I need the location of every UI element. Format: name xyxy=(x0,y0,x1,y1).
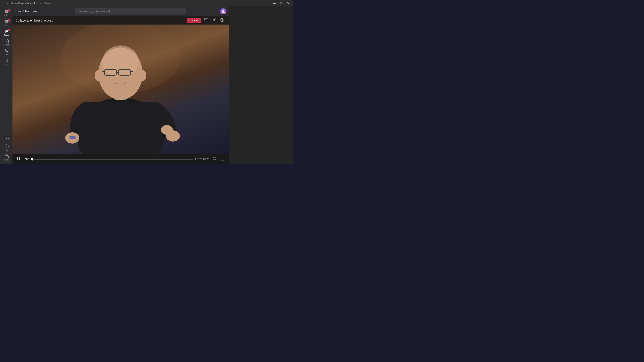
search-input[interactable] xyxy=(75,8,186,14)
progress-bar[interactable] xyxy=(32,159,193,160)
svg-rect-51 xyxy=(17,157,18,160)
sidebar-item-more[interactable] xyxy=(1,135,12,142)
video-header: Collaboration best practices Leave xyxy=(12,16,228,24)
store-label: Store xyxy=(4,159,9,161)
sidebar: 2 Activity 1 Chat xyxy=(0,6,12,164)
svg-point-19 xyxy=(6,138,7,139)
files-label: Files xyxy=(5,64,8,65)
window-controls: — □ ✕ xyxy=(271,1,292,6)
calls-icon xyxy=(4,49,10,53)
svg-rect-0 xyxy=(6,11,6,12)
app-header: Koostöö head tavad xyxy=(12,6,228,16)
header-right xyxy=(186,8,226,14)
svg-point-24 xyxy=(222,10,224,11)
sidebar-item-chat[interactable]: 1 Chat xyxy=(1,18,12,27)
svg-point-8 xyxy=(6,30,6,31)
current-time: 0:10 xyxy=(194,158,199,161)
files-icon xyxy=(4,58,10,63)
volume-button[interactable] xyxy=(24,156,30,162)
svg-text:?: ? xyxy=(6,145,8,148)
svg-rect-49 xyxy=(70,136,75,139)
search-bar xyxy=(75,8,186,14)
presenter-svg xyxy=(52,24,189,154)
video-settings-button[interactable] xyxy=(212,156,217,162)
calls-label: Calls xyxy=(4,54,8,56)
title-bar-left: ‹ › Käsu ülõimine vb ōppimine ✏ Lahku xyxy=(2,1,51,6)
progress-fill xyxy=(32,159,32,160)
sidebar-item-meetings[interactable]: Meetings xyxy=(1,38,12,47)
lahku-label: Lahku xyxy=(45,2,51,4)
expand-button[interactable] xyxy=(220,156,226,162)
help-label: Help xyxy=(5,149,8,151)
minimize-button[interactable]: — xyxy=(271,1,278,6)
play-pause-button[interactable] xyxy=(16,156,21,162)
total-time: 1:08:33 xyxy=(201,158,209,161)
meetings-label: Meetings xyxy=(3,44,10,46)
svg-rect-1 xyxy=(6,11,7,12)
time-display: 0:10 / 1:08:33 xyxy=(194,158,209,161)
svg-marker-4 xyxy=(6,22,6,23)
meetings-icon xyxy=(4,39,10,44)
fullscreen-button[interactable] xyxy=(219,17,226,24)
help-icon: ? xyxy=(4,144,10,149)
sidebar-item-teams[interactable]: 1 Teams xyxy=(1,28,12,37)
svg-point-20 xyxy=(8,138,9,139)
user-avatar[interactable] xyxy=(220,8,226,14)
nav-back-button[interactable]: ‹ xyxy=(2,1,5,5)
team-name: Koostöö head tavad xyxy=(15,10,38,13)
store-icon xyxy=(4,154,10,159)
svg-point-47 xyxy=(161,125,173,135)
app-body: 2 Activity 1 Chat xyxy=(0,6,293,164)
svg-point-53 xyxy=(214,158,215,159)
video-background xyxy=(12,24,228,154)
sidebar-item-calls[interactable]: Calls xyxy=(1,47,12,57)
right-panel xyxy=(228,6,293,164)
progress-area: 0:10 / 1:08:33 xyxy=(32,158,209,161)
leave-button[interactable]: Leave xyxy=(187,18,201,23)
more-icon xyxy=(4,136,10,141)
svg-point-29 xyxy=(214,19,215,20)
title-bar-nav: ‹ › xyxy=(2,1,9,5)
svg-rect-52 xyxy=(19,157,20,160)
video-controls-bar: 0:10 / 1:08:33 xyxy=(12,154,228,164)
svg-point-37 xyxy=(102,45,139,78)
main-column: Koostöö head tavad Collaboration best pr xyxy=(12,6,228,164)
chat-toggle-button[interactable] xyxy=(203,17,209,24)
time-separator: / xyxy=(200,158,201,161)
title-bar: ‹ › Käsu ülõimine vb ōppimine ✏ Lahku — … xyxy=(0,0,293,6)
svg-point-31 xyxy=(222,19,223,20)
svg-rect-23 xyxy=(5,156,8,158)
compose-button[interactable]: ✏ xyxy=(39,1,43,6)
video-title: Collaboration best practices xyxy=(16,19,53,22)
main-content: Collaboration best practices Leave xyxy=(12,16,228,164)
progress-thumb xyxy=(31,158,34,160)
avatar-status-dot xyxy=(224,13,226,14)
sidebar-bottom: ? Help Store xyxy=(1,135,12,162)
svg-point-41 xyxy=(95,70,102,81)
video-header-controls: Leave xyxy=(187,17,226,24)
chat-label: Chat xyxy=(5,24,8,26)
meeting-label: Käsu ülõimine vb ōppimine xyxy=(11,2,37,4)
svg-rect-13 xyxy=(6,41,6,42)
svg-point-42 xyxy=(139,70,146,81)
svg-rect-5 xyxy=(6,21,8,21)
sidebar-item-files[interactable]: Files xyxy=(1,57,12,67)
teams-badge: 1 xyxy=(8,28,10,31)
close-button[interactable]: ✕ xyxy=(285,1,292,6)
svg-point-18 xyxy=(5,138,6,139)
maximize-button[interactable]: □ xyxy=(278,1,284,6)
nav-forward-button[interactable]: › xyxy=(6,1,9,5)
activity-badge: 2 xyxy=(8,9,10,12)
teams-label: Teams xyxy=(4,34,9,36)
svg-rect-50 xyxy=(124,98,125,100)
activity-label: Activity xyxy=(4,14,10,16)
sidebar-item-activity[interactable]: 2 Activity xyxy=(1,8,12,17)
svg-rect-2 xyxy=(7,11,8,12)
header-left: Koostöö head tavad xyxy=(15,10,75,13)
sidebar-item-store[interactable]: Store xyxy=(1,153,12,162)
svg-rect-25 xyxy=(204,18,208,21)
video-area[interactable] xyxy=(12,24,228,154)
settings-button[interactable] xyxy=(211,17,217,24)
svg-rect-14 xyxy=(6,41,7,42)
sidebar-item-help[interactable]: ? Help xyxy=(1,143,12,152)
